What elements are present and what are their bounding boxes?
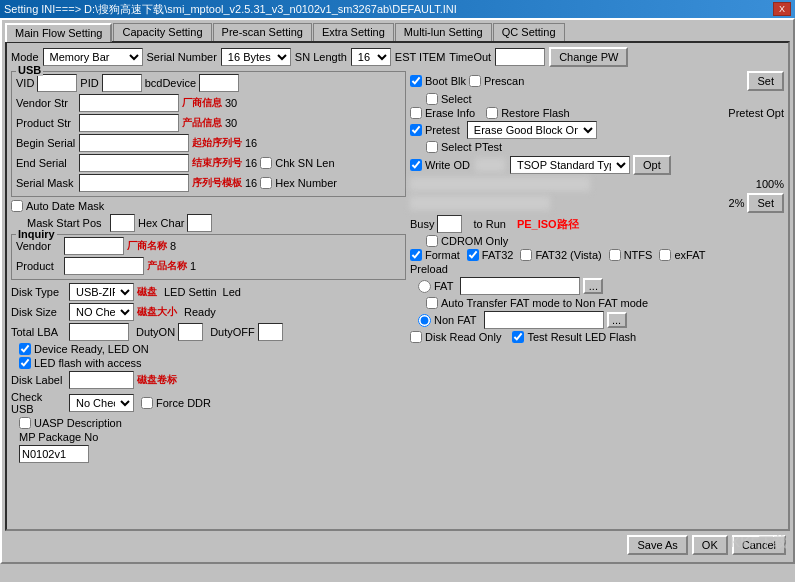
fat32-vista-checkbox[interactable] [520,249,532,261]
set-button[interactable]: Set [747,71,784,91]
begin-serial-input[interactable]: AA00000000011176 [79,134,189,152]
usb-section: USB VID 090C PID 1000 bcdDevice 1100 Ven… [11,71,406,197]
begin-serial-row: Begin Serial AA00000000011176 起始序列号 16 [16,134,401,152]
select-row: Select [426,93,784,105]
vendor-str-input[interactable]: SMI Corporation [79,94,179,112]
pid-input[interactable]: 1000 [102,74,142,92]
opt-button[interactable]: Opt [633,155,671,175]
disk-size-select[interactable]: NO Check [69,303,134,321]
cdrom-only-label: CDROM Only [441,235,508,247]
tsop-select[interactable]: TSOP Standard Type [510,156,630,174]
busy-row: Busy 0 to Run PE_ISO路径 [410,215,784,233]
chk-sn-len-checkbox[interactable] [260,157,272,169]
mask-start-pos-input[interactable]: 3 [110,214,135,232]
hex-number-checkbox[interactable] [260,177,272,189]
test-result-led-checkbox[interactable] [512,331,524,343]
inquiry-vendor-label: Vendor [16,240,61,252]
total-lba-input[interactable]: 0 [69,323,129,341]
mode-select[interactable]: Memory Bar [43,48,143,66]
auto-transfer-checkbox[interactable] [426,297,438,309]
ntfs-checkbox[interactable] [609,249,621,261]
select-ptest-checkbox[interactable] [426,141,438,153]
pretest-select[interactable]: Erase Good Block Only [467,121,597,139]
select-checkbox[interactable] [426,93,438,105]
serial-mask-num: 16 [245,177,257,189]
tab-prescan[interactable]: Pre-scan Setting [213,23,312,41]
hex-char-input[interactable] [187,214,212,232]
disk-size-cn: 磁盘大小 [137,305,177,319]
begin-serial-num: 16 [245,137,257,149]
product-str-input[interactable]: USB DISK [79,114,179,132]
disk-label-input[interactable]: USB DISK [69,371,134,389]
disk-type-select[interactable]: USB-ZIP [69,283,134,301]
busy-input[interactable]: 0 [437,215,462,233]
timeout-input[interactable]: 20000 [495,48,545,66]
ok-button[interactable]: OK [692,535,728,555]
cdrom-only-checkbox[interactable] [426,235,438,247]
mp-package-value: N0102v1 [19,445,89,463]
bcd-input[interactable]: 1100 [199,74,239,92]
auto-date-checkbox[interactable] [11,200,23,212]
fat-path-input[interactable] [460,277,580,295]
non-fat-browse-button[interactable]: ... [607,312,627,328]
duty-off-input[interactable]: 0 [258,323,283,341]
toolbar-row: Mode Memory Bar Serial Number 16 Bytes S… [11,47,784,67]
end-serial-input[interactable]: AA04012799999999 [79,154,189,172]
pretest-opt-label: Pretest Opt [728,107,784,119]
vid-input[interactable]: 090C [37,74,77,92]
device-ready-checkbox[interactable] [19,343,31,355]
tab-qc[interactable]: QC Setting [493,23,565,41]
inquiry-vendor-input[interactable]: SMI [64,237,124,255]
change-pw-button[interactable]: Change PW [549,47,628,67]
ntfs-label: NTFS [624,249,653,261]
fat32-vista-label: FAT32 (Vista) [535,249,601,261]
duty-on-input[interactable]: 0 [178,323,203,341]
check-usb-select[interactable]: No Check [69,394,134,412]
set2-button[interactable]: Set [747,193,784,213]
inquiry-vendor-num: 8 [170,240,176,252]
force-ddr-checkbox[interactable] [141,397,153,409]
erase-info-checkbox[interactable] [410,107,422,119]
test-result-led-label: Test Result LED Flash [527,331,636,343]
prescan-checkbox[interactable] [469,75,481,87]
to-run-label: to Run [473,218,505,230]
inquiry-product-input[interactable]: USB DISK [64,257,144,275]
led-setting-label: LED Settin [164,286,217,298]
inquiry-section: Inquiry Vendor SMI 厂商名称 8 Product USB DI… [11,234,406,280]
save-as-button[interactable]: Save As [627,535,687,555]
fat-browse-button[interactable]: ... [583,278,603,294]
serial-mask-input[interactable]: AA############# [79,174,189,192]
disk-label-cn: 磁盘卷标 [137,373,177,387]
close-button[interactable]: X [773,2,791,16]
non-fat-radio[interactable] [418,314,431,327]
sn-length-select[interactable]: 16 [351,48,391,66]
mask-pos-row: Mask Start Pos 3 Hex Char [11,214,406,232]
fat-radio[interactable] [418,280,431,293]
inquiry-product-cn: 产品名称 [147,259,187,273]
fat32-checkbox[interactable] [467,249,479,261]
led-label: Led [223,286,241,298]
led-flash-checkbox[interactable] [19,357,31,369]
tab-extra[interactable]: Extra Setting [313,23,394,41]
vendor-str-num: 30 [225,97,237,109]
restore-flash-label: Restore Flash [501,107,569,119]
check-usb-row: Check USB No Check Force DDR [11,391,406,415]
write-od-checkbox[interactable] [410,159,422,171]
boot-prescan-row: Boot Blk Prescan Set [410,71,784,91]
restore-flash-checkbox[interactable] [486,107,498,119]
ready-label: Ready [184,306,216,318]
vendor-str-cn: 厂商信息 [182,96,222,110]
disk-size-row: Disk Size NO Check 磁盘大小 Ready [11,303,406,321]
tab-multi-lun[interactable]: Multi-lun Setting [395,23,492,41]
serial-number-select[interactable]: 16 Bytes [221,48,291,66]
boot-blk-checkbox[interactable] [410,75,422,87]
write-od-label: Write OD [425,159,470,171]
format-checkbox[interactable] [410,249,422,261]
pretest-checkbox[interactable] [410,124,422,136]
tab-main-flow[interactable]: Main Flow Setting [5,23,112,42]
uasp-checkbox[interactable] [19,417,31,429]
tab-capacity[interactable]: Capacity Setting [113,23,211,41]
disk-read-only-checkbox[interactable] [410,331,422,343]
exfat-checkbox[interactable] [659,249,671,261]
non-fat-path-input[interactable] [484,311,604,329]
